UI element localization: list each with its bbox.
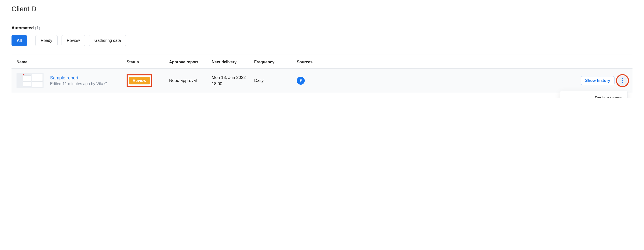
th-approve: Approve report — [169, 60, 212, 64]
reports-table: Name Status Approve report Next delivery… — [12, 55, 632, 93]
approve-cell: Need approval — [169, 78, 212, 83]
report-thumbnail[interactable] — [17, 73, 44, 88]
filter-all-button[interactable]: All — [12, 35, 27, 46]
menu-review-open[interactable]: Review / open — [560, 93, 627, 98]
filter-gathering-button[interactable]: Gathering data — [89, 35, 126, 46]
filter-bar: All Ready Review Gathering data — [12, 35, 632, 46]
filter-divider — [31, 37, 31, 44]
next-delivery-time: 18:00 — [212, 81, 254, 87]
status-badge[interactable]: Review — [129, 77, 150, 84]
show-history-button[interactable]: Show history — [581, 76, 614, 85]
status-cell: Review — [127, 74, 169, 87]
status-highlight-annotation: Review — [127, 74, 152, 87]
th-next: Next delivery — [212, 60, 254, 64]
page-title: Client D — [12, 5, 632, 13]
more-actions-button[interactable] — [617, 76, 627, 86]
kebab-icon — [622, 78, 623, 83]
actions-cell: Show history Review / open Duplicate rep… — [347, 76, 627, 86]
facebook-icon — [297, 77, 305, 85]
frequency-cell: Daily — [254, 78, 297, 83]
next-delivery-cell: Mon 13, Jun 2022 18:00 — [212, 74, 254, 87]
section-count: (1) — [35, 26, 40, 30]
sources-cell — [297, 77, 347, 85]
filter-review-button[interactable]: Review — [62, 35, 85, 46]
filter-ready-button[interactable]: Ready — [35, 35, 57, 46]
report-edited-meta: Edited 11 minutes ago by Vita G. — [50, 82, 109, 86]
actions-dropdown: Review / open Duplicate report Edit auto… — [560, 91, 627, 98]
th-status: Status — [127, 60, 169, 64]
report-name-link[interactable]: Sample report — [50, 75, 109, 81]
th-freq: Frequency — [254, 60, 297, 64]
name-cell: Sample report Edited 11 minutes ago by V… — [17, 73, 127, 88]
section-heading: Automated (1) — [12, 26, 632, 31]
section-label-text: Automated — [12, 26, 34, 30]
next-delivery-date: Mon 13, Jun 2022 — [212, 74, 254, 81]
table-header-row: Name Status Approve report Next delivery… — [12, 55, 632, 69]
th-actions — [347, 60, 627, 64]
table-row: Sample report Edited 11 minutes ago by V… — [12, 69, 632, 93]
th-name: Name — [17, 60, 127, 64]
th-sources: Sources — [297, 60, 347, 64]
